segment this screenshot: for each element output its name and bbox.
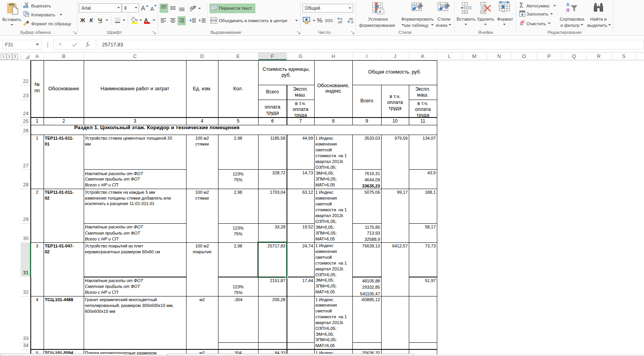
svg-text:,00: ,00 [337, 20, 342, 24]
svg-text:≠: ≠ [379, 9, 382, 14]
svg-text:,0: ,0 [350, 20, 354, 24]
